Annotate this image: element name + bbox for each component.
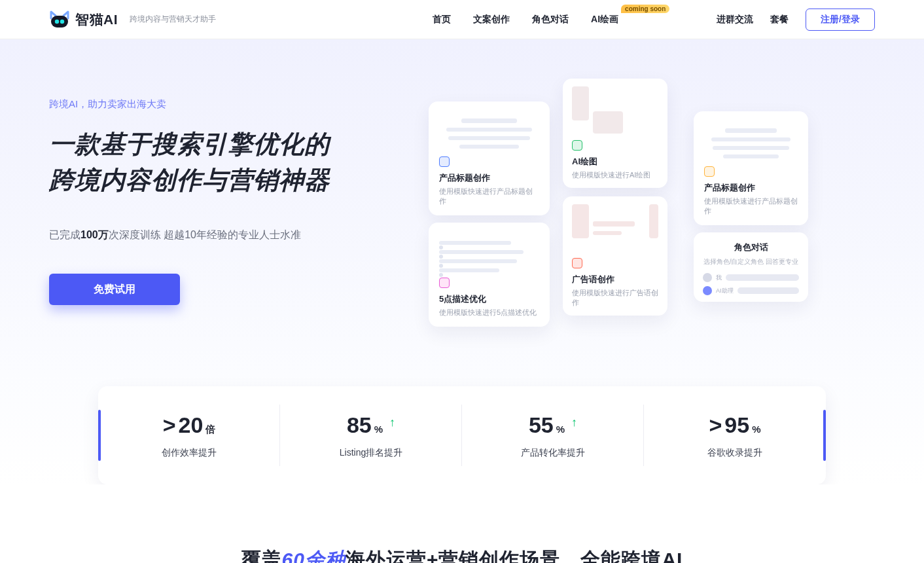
chat-bubble-skeleton (737, 287, 799, 294)
card-desc: 使用模版快速进行5点描述优化 (439, 308, 539, 318)
chat-card-title: 角色对话 (703, 242, 799, 253)
stat-google-index: >95% 谷歌收录提升 (644, 386, 826, 484)
hero-eyebrow: 跨境AI，助力卖家出海大卖 (49, 98, 422, 111)
card-desc: 使用模版快速进行产品标题创作 (704, 196, 798, 216)
nav-community[interactable]: 进群交流 (717, 14, 753, 26)
coming-soon-badge: coming soon (621, 5, 669, 13)
chat-row-user: 我 (703, 273, 799, 282)
card-title: AI绘图 (572, 156, 658, 168)
chat-user-label: 我 (716, 274, 722, 282)
stat-value: 55%↑ (529, 412, 577, 438)
brand-name: 智猫AI (75, 10, 118, 29)
stat-listing: 85%↑ Listing排名提升 (280, 386, 462, 484)
arrow-up-icon: ↑ (389, 416, 395, 429)
doc-icon (704, 166, 715, 177)
stat-value: >95% (709, 412, 760, 438)
stats-band: >20倍 创作效率提升 85%↑ Listing排名提升 55%↑ 产品转化率提… (98, 386, 826, 484)
card-skeleton-text-icon (439, 111, 539, 156)
stat-value: 85%↑ (347, 412, 395, 438)
card-skeleton-text-icon (704, 120, 798, 166)
card-skeleton-image-icon (572, 86, 658, 134)
hero-sub: 已完成100万次深度训练 超越10年经验的专业人士水准 (49, 228, 422, 242)
hero-section: 跨境AI，助力卖家出海大卖 一款基于搜索引擎优化的 跨境内容创作与营销神器 已完… (0, 39, 924, 484)
card-ai-draw[interactable]: AI绘图 使用模版快速进行AI绘图 (563, 79, 667, 188)
aux-nav: 进群交流 套餐 注册/登录 (717, 9, 875, 31)
svg-rect-0 (51, 16, 68, 27)
card-adcopy[interactable]: 广告语创作 使用模版快速进行广告语创作 (563, 196, 667, 316)
card-desc: 使用模版快速进行产品标题创作 (439, 187, 539, 206)
stat-efficiency: >20倍 创作效率提升 (98, 386, 280, 484)
card-product-title-2[interactable]: 产品标题创作 使用模版快速进行产品标题创作 (694, 111, 808, 225)
card-skeleton-layout-icon (572, 204, 658, 251)
card-desc: 使用模版快速进行AI绘图 (572, 170, 658, 180)
brand-tagline: 跨境内容与营销天才助手 (130, 14, 216, 25)
doc-icon (439, 156, 450, 167)
primary-nav: 首页 文案创作 角色对话 AI绘画 coming soon (433, 14, 618, 26)
chat-bubble-skeleton (726, 274, 799, 281)
user-avatar-icon (703, 273, 712, 282)
stat-label: Listing排名提升 (340, 447, 402, 459)
ai-avatar-icon (703, 286, 712, 295)
nav-copy[interactable]: 文案创作 (473, 14, 510, 26)
stat-value: >20倍 (163, 412, 216, 438)
section-heading-scenarios: 覆盖60余种海外运营+营销创作场景，全能跨境AI (0, 547, 924, 563)
card-skeleton-list-icon (439, 232, 539, 278)
image-icon (572, 140, 582, 151)
brand-logo-icon (49, 10, 70, 29)
chat-card-sub: 选择角色/自定义角色 回答更专业 (703, 257, 799, 266)
cta-free-trial-button[interactable]: 免费试用 (49, 274, 180, 305)
stat-label: 产品转化率提升 (521, 447, 585, 459)
nav-roleplay[interactable]: 角色对话 (532, 14, 569, 26)
note-icon (439, 278, 450, 288)
svg-point-1 (55, 19, 59, 23)
chat-ai-label: AI助理 (716, 287, 734, 295)
hero-title: 一款基于搜索引擎优化的 跨境内容创作与营销神器 (49, 126, 422, 198)
brand[interactable]: 智猫AI 跨境内容与营销天才助手 (49, 10, 216, 29)
card-role-chat[interactable]: 角色对话 选择角色/自定义角色 回答更专业 我 AI助理 (694, 232, 808, 302)
card-product-title-1[interactable]: 产品标题创作 使用模版快速进行产品标题创作 (429, 101, 550, 215)
megaphone-icon (572, 258, 582, 268)
card-desc: 使用模版快速进行广告语创作 (572, 288, 658, 308)
stat-label: 创作效率提升 (162, 447, 217, 459)
stat-label: 谷歌收录提升 (707, 447, 762, 459)
nav-aidraw[interactable]: AI绘画 coming soon (591, 14, 618, 26)
arrow-up-icon: ↑ (571, 416, 577, 429)
hero-title-line-1: 一款基于搜索引擎优化的 (49, 126, 422, 162)
top-nav: 智猫AI 跨境内容与营销天才助手 首页 文案创作 角色对话 AI绘画 comin… (0, 0, 924, 39)
nav-home[interactable]: 首页 (433, 14, 451, 26)
nav-plans[interactable]: 套餐 (770, 14, 789, 26)
card-title: 产品标题创作 (439, 172, 539, 184)
login-button[interactable]: 注册/登录 (806, 9, 875, 31)
stat-conversion: 55%↑ 产品转化率提升 (462, 386, 644, 484)
card-title: 产品标题创作 (704, 182, 798, 194)
svg-point-2 (60, 19, 64, 23)
hero-graphics: 产品标题创作 使用模版快速进行产品标题创作 5点描述优化 使用模版快速进行5点描… (422, 85, 875, 360)
card-title: 5点描述优化 (439, 293, 539, 305)
hero-title-line-2: 跨境内容创作与营销神器 (49, 162, 422, 198)
card-5points[interactable]: 5点描述优化 使用模版快速进行5点描述优化 (429, 223, 550, 327)
chat-row-ai: AI助理 (703, 286, 799, 295)
nav-aidraw-label: AI绘画 (591, 14, 618, 24)
hero-copy: 跨境AI，助力卖家出海大卖 一款基于搜索引擎优化的 跨境内容创作与营销神器 已完… (49, 85, 422, 360)
card-title: 广告语创作 (572, 274, 658, 285)
